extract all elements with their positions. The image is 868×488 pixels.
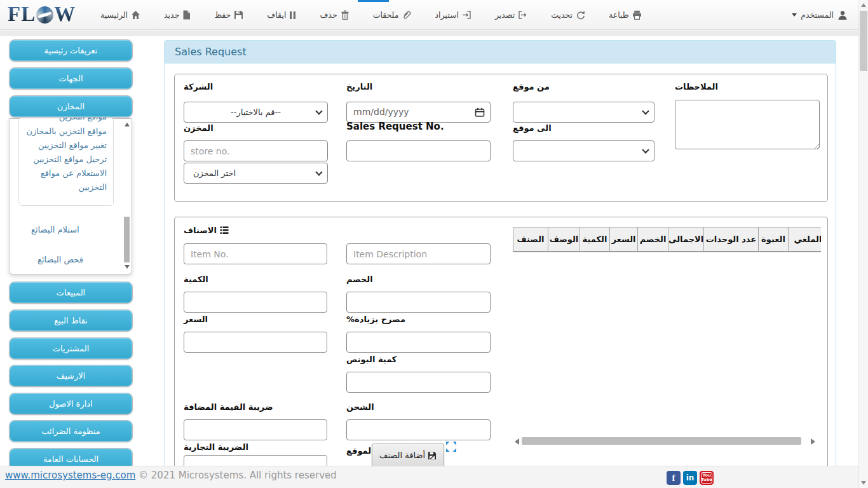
warehouses-submenu: مواقع التخزين مواقع التخزين بالمخازن تغي… bbox=[9, 118, 132, 274]
items-box: الاصناف الكمية الخصم السعر %مصرح بزيادة … bbox=[174, 217, 828, 488]
request-header-box: الشركة --قم بالاختيار-- المخزن اختر المخ… bbox=[174, 74, 828, 202]
user-menu[interactable]: المستخدم bbox=[792, 0, 848, 30]
footer: www.microsystems-eg.com © 2021 Microsyst… bbox=[0, 466, 868, 488]
toolbar-import-button[interactable]: استيراد bbox=[435, 10, 471, 20]
calendar-icon[interactable] bbox=[475, 107, 485, 118]
user-icon bbox=[837, 10, 848, 20]
store-no-input[interactable] bbox=[184, 140, 328, 161]
hscroll-track[interactable] bbox=[522, 437, 808, 445]
discount-input[interactable] bbox=[346, 292, 491, 313]
sidebar-item-main-definitions[interactable]: تعريفات رئيسية bbox=[9, 39, 133, 62]
flow-logo[interactable]: FLW bbox=[8, 3, 76, 26]
list-icon[interactable] bbox=[220, 226, 229, 234]
scroll-up-icon[interactable] bbox=[125, 123, 130, 126]
submenu-link-change-locations[interactable]: تغيير مواقع التخزيين bbox=[25, 139, 107, 152]
company-select-value: --قم بالاختيار-- bbox=[184, 102, 327, 122]
sidebar-item-purchases[interactable]: المشتريات bbox=[9, 337, 133, 360]
sidebar-item-tax-system[interactable]: منظومة الضرائب bbox=[9, 420, 133, 442]
items-table-hscrollbar[interactable] bbox=[513, 437, 817, 445]
col-discount: الخصم bbox=[638, 227, 668, 251]
toolbar-home-button[interactable]: الرئيسية bbox=[100, 10, 140, 20]
page-scrollbar[interactable] bbox=[858, 0, 868, 488]
scroll-down-icon[interactable] bbox=[125, 265, 130, 269]
to-location-select[interactable] bbox=[513, 140, 654, 161]
vat-input[interactable] bbox=[184, 419, 327, 440]
export-icon bbox=[518, 10, 527, 20]
save-item-icon bbox=[428, 451, 437, 460]
item-no-input[interactable] bbox=[184, 243, 327, 264]
company-select[interactable]: --قم بالاختيار-- bbox=[184, 102, 328, 123]
top-toolbar: FLW الرئيسية جديد حفظ ايقاف حذف ملحقات ا… bbox=[0, 0, 868, 30]
expand-arrows-icon[interactable] bbox=[445, 441, 457, 452]
youtube-icon[interactable]: YouTube bbox=[700, 471, 714, 485]
toolbar-pause-label: ايقاف bbox=[267, 10, 286, 20]
sidebar-item-sales[interactable]: المبيعات bbox=[9, 281, 133, 304]
social-icons: f in YouTube bbox=[667, 471, 714, 485]
toolbar-pause-button[interactable]: ايقاف bbox=[267, 10, 296, 20]
submenu-link-inquiry-locations[interactable]: الاستعلام عن مواقع التخزيين bbox=[25, 166, 107, 194]
trash-icon bbox=[341, 10, 349, 20]
sales-request-no-label: Sales Request No. bbox=[346, 121, 444, 132]
shipping-input[interactable] bbox=[346, 419, 491, 440]
date-input[interactable]: mm/dd/yyyy bbox=[346, 102, 491, 123]
scroll-down-icon[interactable] bbox=[861, 481, 866, 485]
toolbar-new-label: جديد bbox=[164, 10, 179, 20]
home-icon bbox=[131, 10, 140, 20]
sidebar-item-entities[interactable]: الجهات bbox=[9, 67, 133, 90]
price-input[interactable] bbox=[184, 332, 327, 353]
scroll-left-icon[interactable] bbox=[515, 438, 519, 445]
page-scrollbar-thumb[interactable] bbox=[860, 11, 867, 71]
submenu-link-receive-goods[interactable]: استلام البضائع bbox=[31, 225, 79, 234]
toolbar-items: الرئيسية جديد حفظ ايقاف حذف ملحقات استير… bbox=[100, 0, 642, 30]
allowed-increase-label: %مصرح بزيادة bbox=[346, 315, 405, 324]
date-placeholder: mm/dd/yyyy bbox=[353, 102, 409, 122]
submenu-link-inspect-goods[interactable]: فحص البضائع bbox=[37, 255, 83, 264]
pause-icon bbox=[289, 11, 296, 20]
warehouses-submenu-links-box: مواقع التخزين مواقع التخزين بالمخازن تغي… bbox=[18, 117, 114, 206]
col-price: السعر bbox=[610, 227, 638, 251]
from-location-select[interactable] bbox=[513, 102, 654, 123]
toolbar-import-label: استيراد bbox=[435, 10, 458, 20]
hscroll-thumb[interactable] bbox=[522, 437, 801, 445]
submenu-scrollbar-thumb[interactable] bbox=[124, 217, 130, 262]
toolbar-attachments-label: ملحقات bbox=[373, 10, 399, 20]
linkedin-icon[interactable]: in bbox=[683, 471, 697, 485]
submenu-link-storage-locations[interactable]: مواقع التخزين بالمخازن bbox=[25, 125, 107, 139]
toolbar-attachments-button[interactable]: ملحقات bbox=[373, 10, 412, 20]
scroll-right-icon[interactable] bbox=[811, 438, 815, 445]
toolbar-export-button[interactable]: تصدير bbox=[495, 10, 527, 20]
logo-text-w: W bbox=[54, 3, 76, 26]
paperclip-icon bbox=[402, 10, 411, 20]
notes-textarea[interactable] bbox=[675, 100, 820, 149]
toolbar-print-button[interactable]: طباعة bbox=[609, 10, 642, 20]
microsystems-link[interactable]: www.microsystems-eg.com bbox=[5, 470, 135, 481]
scroll-up-icon[interactable] bbox=[861, 3, 866, 7]
add-item-button[interactable]: أضافة الصنف bbox=[372, 444, 444, 467]
col-description: الوصف bbox=[548, 227, 580, 251]
quantity-input[interactable] bbox=[184, 292, 327, 313]
bonus-qty-input[interactable] bbox=[346, 372, 491, 393]
toolbar-save-button[interactable]: حفظ bbox=[214, 10, 243, 20]
items-table-header-row: الصنف الوصف الكمية السعر الخصم الاجمالى … bbox=[513, 227, 821, 252]
store-select[interactable]: اختر المخزن bbox=[184, 163, 328, 184]
toolbar-delete-button[interactable]: حذف bbox=[320, 10, 349, 20]
logo-text-fl: FL bbox=[8, 3, 36, 26]
submenu-scrollbar[interactable] bbox=[123, 120, 131, 273]
allowed-increase-input[interactable] bbox=[346, 332, 491, 353]
to-location-label: الى موقع bbox=[513, 123, 552, 133]
toolbar-new-button[interactable]: جديد bbox=[164, 10, 191, 20]
toolbar-refresh-button[interactable]: تحديث bbox=[551, 10, 585, 20]
sidebar-item-warehouses[interactable]: المخازن bbox=[9, 95, 133, 118]
sidebar-item-archive[interactable]: الارشيف bbox=[9, 365, 133, 387]
import-icon bbox=[462, 10, 471, 20]
sales-request-no-input[interactable] bbox=[346, 140, 491, 161]
sidebar-item-asset-management[interactable]: ادارة الاصول bbox=[9, 393, 133, 415]
textarea-resize-grip[interactable] bbox=[813, 143, 819, 149]
item-description-input[interactable] bbox=[346, 243, 491, 264]
sidebar-item-pos[interactable]: نقاط البيع bbox=[9, 309, 133, 332]
chevron-down-icon bbox=[315, 168, 322, 175]
submenu-link-transfer-locations[interactable]: ترحيل مواقع التخزيين bbox=[25, 152, 107, 166]
facebook-icon[interactable]: f bbox=[667, 471, 681, 485]
refresh-icon bbox=[576, 10, 585, 20]
submenu-clipped-item[interactable]: مواقع التخزين bbox=[25, 118, 107, 125]
